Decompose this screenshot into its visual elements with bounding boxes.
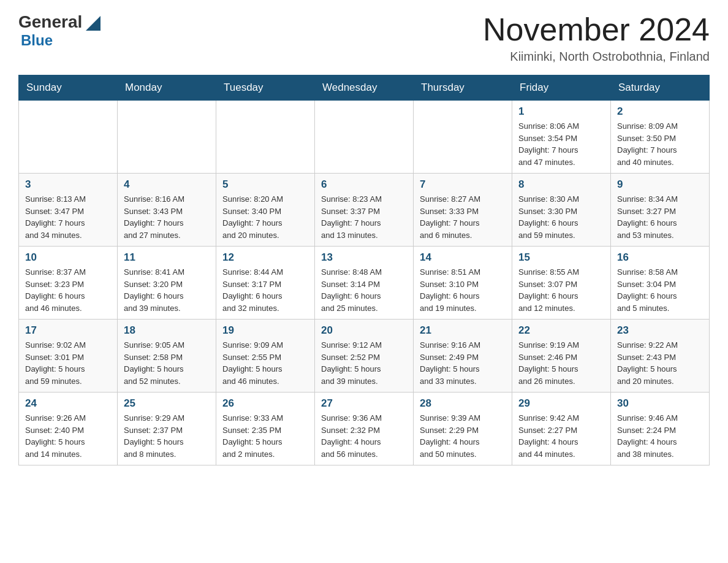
day-info: Sunrise: 8:34 AMSunset: 3:27 PMDaylight:… [617, 193, 703, 241]
calendar-cell [414, 101, 512, 174]
day-info: Sunrise: 9:46 AMSunset: 2:24 PMDaylight:… [617, 412, 703, 460]
header-saturday: Saturday [611, 75, 710, 101]
calendar-cell: 26Sunrise: 9:33 AMSunset: 2:35 PMDayligh… [216, 393, 315, 465]
day-number: 30 [617, 397, 703, 410]
day-number: 23 [617, 324, 703, 337]
day-info: Sunrise: 9:33 AMSunset: 2:35 PMDaylight:… [222, 412, 308, 460]
day-number: 27 [321, 397, 407, 410]
day-number: 20 [321, 324, 407, 337]
day-info: Sunrise: 9:29 AMSunset: 2:37 PMDaylight:… [124, 412, 210, 460]
day-info: Sunrise: 9:36 AMSunset: 2:32 PMDaylight:… [321, 412, 407, 460]
day-number: 2 [617, 105, 703, 118]
calendar-week-row-1: 1Sunrise: 8:06 AMSunset: 3:54 PMDaylight… [19, 101, 710, 174]
header-sunday: Sunday [19, 75, 118, 101]
day-number: 4 [124, 178, 210, 191]
calendar-cell: 2Sunrise: 8:09 AMSunset: 3:50 PMDaylight… [611, 101, 710, 174]
calendar-week-row-3: 10Sunrise: 8:37 AMSunset: 3:23 PMDayligh… [19, 247, 710, 320]
calendar-cell: 12Sunrise: 8:44 AMSunset: 3:17 PMDayligh… [216, 247, 315, 320]
header-wednesday: Wednesday [315, 75, 414, 101]
day-info: Sunrise: 9:26 AMSunset: 2:40 PMDaylight:… [25, 412, 111, 460]
logo-general-text: General [18, 12, 82, 32]
day-number: 15 [518, 251, 604, 264]
calendar-cell: 17Sunrise: 9:02 AMSunset: 3:01 PMDayligh… [19, 320, 118, 393]
day-info: Sunrise: 8:09 AMSunset: 3:50 PMDaylight:… [617, 120, 703, 168]
calendar-cell: 30Sunrise: 9:46 AMSunset: 2:24 PMDayligh… [611, 393, 710, 465]
calendar-cell [315, 101, 414, 174]
day-info: Sunrise: 8:06 AMSunset: 3:54 PMDaylight:… [518, 120, 604, 168]
day-number: 24 [25, 397, 111, 410]
day-info: Sunrise: 9:16 AMSunset: 2:49 PMDaylight:… [420, 339, 506, 387]
day-number: 21 [420, 324, 506, 337]
calendar-cell: 18Sunrise: 9:05 AMSunset: 2:58 PMDayligh… [118, 320, 216, 393]
day-info: Sunrise: 8:41 AMSunset: 3:20 PMDaylight:… [124, 266, 210, 314]
calendar-cell [216, 101, 315, 174]
day-number: 12 [222, 251, 308, 264]
calendar-week-row-2: 3Sunrise: 8:13 AMSunset: 3:47 PMDaylight… [19, 174, 710, 247]
calendar-cell: 1Sunrise: 8:06 AMSunset: 3:54 PMDaylight… [512, 101, 611, 174]
day-number: 18 [124, 324, 210, 337]
month-title: November 2024 [483, 12, 710, 47]
day-info: Sunrise: 8:13 AMSunset: 3:47 PMDaylight:… [25, 193, 111, 241]
day-number: 9 [617, 178, 703, 191]
day-info: Sunrise: 8:55 AMSunset: 3:07 PMDaylight:… [518, 266, 604, 314]
header-thursday: Thursday [414, 75, 512, 101]
day-number: 16 [617, 251, 703, 264]
day-info: Sunrise: 8:44 AMSunset: 3:17 PMDaylight:… [222, 266, 308, 314]
day-info: Sunrise: 8:37 AMSunset: 3:23 PMDaylight:… [25, 266, 111, 314]
calendar-cell: 4Sunrise: 8:16 AMSunset: 3:43 PMDaylight… [118, 174, 216, 247]
day-info: Sunrise: 8:23 AMSunset: 3:37 PMDaylight:… [321, 193, 407, 241]
day-number: 6 [321, 178, 407, 191]
calendar-cell: 3Sunrise: 8:13 AMSunset: 3:47 PMDaylight… [19, 174, 118, 247]
day-number: 5 [222, 178, 308, 191]
day-info: Sunrise: 9:09 AMSunset: 2:55 PMDaylight:… [222, 339, 308, 387]
calendar-cell: 5Sunrise: 8:20 AMSunset: 3:40 PMDaylight… [216, 174, 315, 247]
calendar-cell: 24Sunrise: 9:26 AMSunset: 2:40 PMDayligh… [19, 393, 118, 465]
header-monday: Monday [118, 75, 216, 101]
logo-triangle-icon [83, 13, 100, 31]
day-info: Sunrise: 9:19 AMSunset: 2:46 PMDaylight:… [518, 339, 604, 387]
day-info: Sunrise: 9:42 AMSunset: 2:27 PMDaylight:… [518, 412, 604, 460]
calendar-week-row-5: 24Sunrise: 9:26 AMSunset: 2:40 PMDayligh… [19, 393, 710, 465]
day-info: Sunrise: 9:02 AMSunset: 3:01 PMDaylight:… [25, 339, 111, 387]
calendar-table: Sunday Monday Tuesday Wednesday Thursday… [18, 75, 710, 465]
logo-blue-text: Blue [21, 32, 53, 49]
day-info: Sunrise: 8:48 AMSunset: 3:14 PMDaylight:… [321, 266, 407, 314]
day-number: 17 [25, 324, 111, 337]
calendar-cell: 16Sunrise: 8:58 AMSunset: 3:04 PMDayligh… [611, 247, 710, 320]
calendar-cell: 9Sunrise: 8:34 AMSunset: 3:27 PMDaylight… [611, 174, 710, 247]
day-info: Sunrise: 8:58 AMSunset: 3:04 PMDaylight:… [617, 266, 703, 314]
day-info: Sunrise: 8:27 AMSunset: 3:33 PMDaylight:… [420, 193, 506, 241]
day-number: 11 [124, 251, 210, 264]
calendar-cell: 7Sunrise: 8:27 AMSunset: 3:33 PMDaylight… [414, 174, 512, 247]
location-text: Kiiminki, North Ostrobothnia, Finland [483, 50, 710, 64]
calendar-cell: 11Sunrise: 8:41 AMSunset: 3:20 PMDayligh… [118, 247, 216, 320]
calendar-cell: 21Sunrise: 9:16 AMSunset: 2:49 PMDayligh… [414, 320, 512, 393]
day-number: 14 [420, 251, 506, 264]
day-number: 28 [420, 397, 506, 410]
day-info: Sunrise: 8:20 AMSunset: 3:40 PMDaylight:… [222, 193, 308, 241]
day-info: Sunrise: 9:22 AMSunset: 2:43 PMDaylight:… [617, 339, 703, 387]
day-number: 25 [124, 397, 210, 410]
calendar-cell: 6Sunrise: 8:23 AMSunset: 3:37 PMDaylight… [315, 174, 414, 247]
weekday-header-row: Sunday Monday Tuesday Wednesday Thursday… [19, 75, 710, 101]
day-number: 13 [321, 251, 407, 264]
day-info: Sunrise: 8:16 AMSunset: 3:43 PMDaylight:… [124, 193, 210, 241]
calendar-cell: 25Sunrise: 9:29 AMSunset: 2:37 PMDayligh… [118, 393, 216, 465]
calendar-cell: 28Sunrise: 9:39 AMSunset: 2:29 PMDayligh… [414, 393, 512, 465]
day-number: 8 [518, 178, 604, 191]
header-friday: Friday [512, 75, 611, 101]
calendar-cell: 23Sunrise: 9:22 AMSunset: 2:43 PMDayligh… [611, 320, 710, 393]
day-info: Sunrise: 9:39 AMSunset: 2:29 PMDaylight:… [420, 412, 506, 460]
calendar-cell: 13Sunrise: 8:48 AMSunset: 3:14 PMDayligh… [315, 247, 414, 320]
calendar-cell: 22Sunrise: 9:19 AMSunset: 2:46 PMDayligh… [512, 320, 611, 393]
calendar-cell: 29Sunrise: 9:42 AMSunset: 2:27 PMDayligh… [512, 393, 611, 465]
calendar-cell [118, 101, 216, 174]
day-info: Sunrise: 9:12 AMSunset: 2:52 PMDaylight:… [321, 339, 407, 387]
calendar-cell: 20Sunrise: 9:12 AMSunset: 2:52 PMDayligh… [315, 320, 414, 393]
day-number: 1 [518, 105, 604, 118]
day-number: 22 [518, 324, 604, 337]
day-number: 19 [222, 324, 308, 337]
calendar-cell: 10Sunrise: 8:37 AMSunset: 3:23 PMDayligh… [19, 247, 118, 320]
day-number: 10 [25, 251, 111, 264]
calendar-cell: 19Sunrise: 9:09 AMSunset: 2:55 PMDayligh… [216, 320, 315, 393]
